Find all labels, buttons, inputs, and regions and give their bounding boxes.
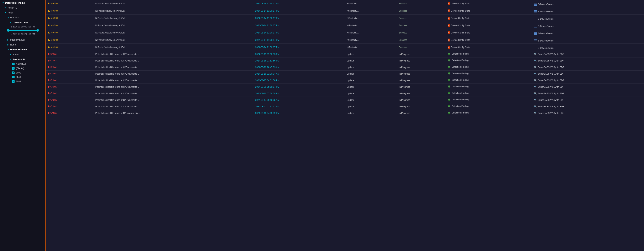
time-label[interactable]: 2024-08-14 11:30:17 PM: [255, 24, 280, 27]
time-label[interactable]: 2024-08-19 01:00:04 AM: [255, 72, 279, 75]
time-label[interactable]: 2024-08-20 05:58:17 PM: [255, 86, 280, 88]
time-label[interactable]: 2024-08-18 03:51:56 PM: [255, 60, 280, 62]
toggle-parent-name[interactable]: ▶: [10, 53, 12, 56]
status-cell: In Progress: [397, 103, 446, 110]
time-label[interactable]: 2024-08-14 11:30:17 PM: [255, 10, 280, 12]
table-row[interactable]: Medium NtProtectVirtualMemoryApiCall 202…: [46, 0, 644, 7]
time-label[interactable]: 2024-08-14 11:30:17 PM: [255, 39, 280, 41]
tree-item-action-id[interactable]: ▶ Action ID: [0, 5, 46, 10]
time-label[interactable]: 2024-08-19 09:30:53 PM: [255, 53, 280, 56]
checkbox-3001-box: [12, 72, 14, 74]
time-label[interactable]: 2024-08-14 11:30:17 PM: [255, 17, 280, 20]
dest-label: SuperSASS V2 Synth EDR: [538, 72, 564, 75]
tree-item-detection-finding[interactable]: ▼ Detection Finding: [0, 0, 46, 5]
time-label[interactable]: 2024-08-17 06:10:05 AM: [255, 99, 279, 101]
bars-icon: [534, 3, 537, 6]
date-range-slider[interactable]: [7, 28, 39, 32]
dest-row: 🔍 SuperSASS V2 Synth EDR: [534, 53, 564, 56]
table-row[interactable]: Critical Potential critical file found a…: [46, 70, 644, 77]
source-cell: ▣ Device Config State: [446, 0, 532, 7]
time-label[interactable]: 2024-08-14 11:30:17 PM: [255, 32, 280, 34]
table-row[interactable]: Critical Potential critical file found a…: [46, 103, 644, 110]
severity-badge: Critical: [48, 66, 57, 68]
source-row: ⛨ Detection Finding: [448, 92, 468, 94]
checkbox-3040[interactable]: 3040: [0, 75, 46, 79]
source-label: Detection Finding: [452, 59, 468, 62]
dest-row: S-DeviceEvents: [534, 40, 554, 42]
tree-item-integrity-level[interactable]: ▶ Integrity Level: [0, 37, 46, 42]
table-row[interactable]: Medium NtProtectVirtualMemoryApiCall 202…: [46, 36, 644, 44]
dest-row: S-DeviceEvents: [534, 32, 554, 35]
severity-badge: Medium: [48, 38, 58, 41]
table-row[interactable]: Critical Potential critical file found a…: [46, 90, 644, 97]
source-label: Device Config State: [451, 24, 470, 27]
checkbox-blanks[interactable]: (Blanks): [0, 66, 46, 70]
checkbox-3068[interactable]: 3068: [0, 79, 46, 84]
source-cell: ⛨ Detection Finding: [446, 90, 532, 97]
toggle-action-id[interactable]: ▶: [4, 6, 7, 9]
table-row[interactable]: Medium NtProtectVirtualMemoryApiCall 202…: [46, 44, 644, 51]
slider-thumb-left[interactable]: [7, 29, 10, 32]
table-row[interactable]: Critical Potential critical file found a…: [46, 110, 644, 116]
time-label[interactable]: 2024-08-18 04:02:32 PM: [255, 112, 280, 114]
doc-icon: ▣: [448, 24, 450, 27]
toggle-process-id[interactable]: ▼: [10, 58, 12, 61]
severity-dot-icon: [48, 92, 50, 94]
checkbox-3001[interactable]: 3001: [0, 70, 46, 75]
time-label[interactable]: 2024-08-20 07:59:58 PM: [255, 92, 280, 95]
action-cell: Potential critical file found at C:\Docu…: [94, 103, 254, 110]
toggle-integrity-level[interactable]: ▶: [7, 38, 10, 41]
status-cell: In Progress: [397, 97, 446, 103]
source-label: Detection Finding: [452, 105, 468, 108]
source-label: Detection Finding: [452, 85, 468, 88]
checkbox-blanks-box: [12, 67, 14, 70]
time-label[interactable]: 2024-08-19 10:47:03 AM: [255, 66, 279, 68]
table-row[interactable]: Critical Potential critical file found a…: [46, 64, 644, 70]
table-row[interactable]: Medium NtProtectVirtualMemoryApiCall 202…: [46, 7, 644, 14]
time-label[interactable]: 2024-08-17 04:31:58 PM: [255, 79, 280, 82]
table-row[interactable]: Medium NtProtectVirtualMemoryApiCall 202…: [46, 14, 644, 22]
severity-label: Critical: [50, 79, 57, 82]
dest-label: SuperSASS V2 Synth EDR: [538, 92, 564, 95]
actor-label: Update: [347, 66, 354, 68]
time-cell: 2024-08-19 09:30:53 PM: [254, 51, 345, 58]
time-label[interactable]: 2024-08-14 11:30:17 PM: [255, 2, 280, 5]
toggle-process[interactable]: ▼: [7, 16, 10, 19]
time-cell: 2024-08-17 06:10:05 AM: [254, 97, 345, 103]
tree-item-name[interactable]: ▶ Name: [0, 42, 46, 47]
checkbox-select-all[interactable]: (Select All): [0, 62, 46, 66]
table-row[interactable]: Critical Potential critical file found a…: [46, 77, 644, 84]
dest-cell: 🔍 SuperSASS V2 Synth EDR: [532, 64, 644, 70]
source-label: Device Config State: [451, 10, 470, 12]
tree-item-actor[interactable]: ▼ Actor: [0, 10, 46, 15]
table-row[interactable]: Critical Potential critical file found a…: [46, 97, 644, 103]
status-label: Success: [399, 39, 407, 41]
toggle-parent-process[interactable]: ▼: [7, 48, 10, 51]
tree-item-created-time[interactable]: ▼ Created Time: [0, 20, 46, 25]
table-row[interactable]: Critical Potential critical file found a…: [46, 58, 644, 64]
parent-process-label: Parent Process: [10, 48, 28, 51]
severity-label: Critical: [50, 72, 57, 75]
table-row[interactable]: Medium NtProtectVirtualMemoryApiCall 202…: [46, 22, 644, 29]
severity-triangle-icon: [48, 39, 50, 41]
slider-thumb-right[interactable]: [36, 29, 39, 32]
time-cell: 2024-08-14 11:30:17 PM: [254, 7, 345, 14]
toggle-actor[interactable]: ▼: [4, 12, 7, 14]
time-label[interactable]: 2024-08-14 11:30:17 PM: [255, 46, 280, 48]
table-row[interactable]: Critical Potential critical file found a…: [46, 84, 644, 90]
tree-item-process-id[interactable]: ▼ Process ID: [0, 57, 46, 62]
toggle-detection-finding[interactable]: ▼: [2, 2, 4, 4]
integrity-level-label: Integrity Level: [10, 38, 25, 41]
severity-cell: Critical: [46, 103, 94, 110]
results-table: Medium NtProtectVirtualMemoryApiCall 202…: [46, 0, 644, 116]
time-label[interactable]: 2024-08-21 02:37:41 PM: [255, 105, 280, 108]
toggle-created-time[interactable]: ▼: [10, 21, 12, 24]
table-row[interactable]: Medium NtProtectVirtualMemoryApiCall 202…: [46, 29, 644, 36]
tree-item-parent-name[interactable]: ▶ Name: [0, 52, 46, 57]
tree-item-process[interactable]: ▼ Process: [0, 15, 46, 20]
tree-item-parent-process[interactable]: ▼ Parent Process: [0, 47, 46, 52]
shield-icon: ⛨: [448, 66, 450, 68]
svg-text:⛨: ⛨: [448, 112, 450, 114]
toggle-name[interactable]: ▶: [7, 44, 10, 46]
table-row[interactable]: Critical Potential critical file found a…: [46, 51, 644, 58]
